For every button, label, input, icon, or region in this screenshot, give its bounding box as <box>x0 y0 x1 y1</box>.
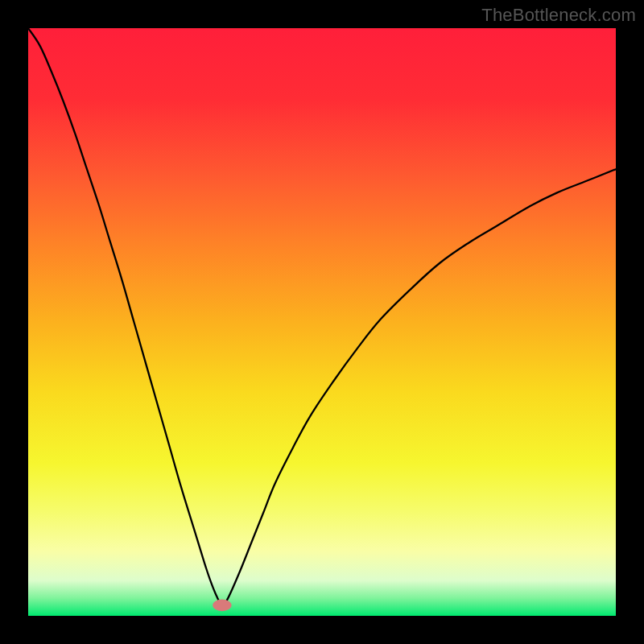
plot-area <box>28 28 616 616</box>
attribution-label: TheBottleneck.com <box>481 5 636 26</box>
chart-frame: TheBottleneck.com <box>0 0 644 644</box>
chart-svg <box>28 28 616 616</box>
minimum-marker <box>213 600 231 612</box>
gradient-background <box>28 28 616 616</box>
